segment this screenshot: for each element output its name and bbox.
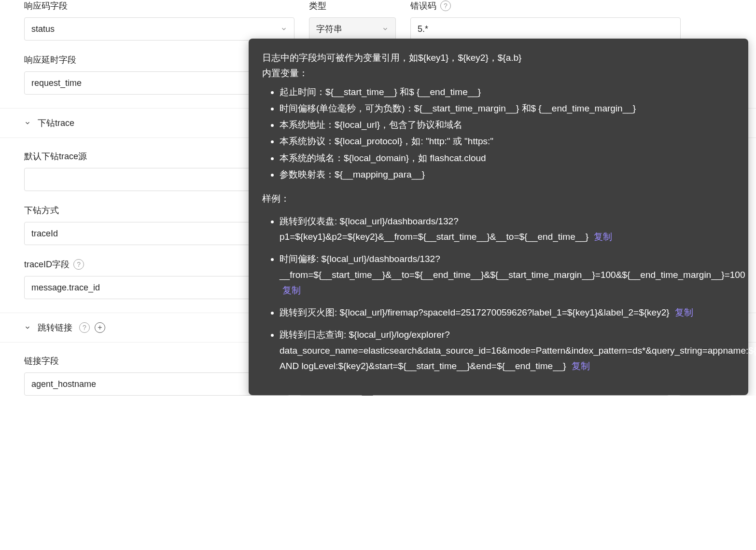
type-value: 字符串 (316, 23, 342, 35)
tooltip-var-item: 参数映射表：${__mapping_para__} (280, 167, 735, 182)
copy-link[interactable]: 复制 (572, 361, 590, 371)
drill-method-value: traceId (31, 229, 58, 239)
tooltip-samples-label: 样例： (262, 191, 735, 206)
copy-link[interactable]: 复制 (282, 285, 301, 295)
chevron-down-icon (382, 26, 389, 32)
tooltip-var-item: 本系统的域名：${local_domain}，如 flashcat.cloud (280, 151, 735, 166)
link-field-value: agent_hostname (31, 379, 96, 389)
chevron-down-icon (24, 324, 31, 331)
type-label: 类型 (309, 0, 396, 12)
resp-code-value: status (31, 24, 55, 34)
tooltip-intro2: 内置变量： (262, 66, 735, 81)
tooltip-var-item: 时间偏移(单位毫秒，可为负数)：${__start_time_margin__}… (280, 101, 735, 116)
traceid-value: message.trace_id (31, 283, 100, 293)
add-icon[interactable]: + (95, 322, 105, 333)
chevron-down-icon (24, 120, 31, 126)
type-select[interactable]: 字符串 (309, 17, 396, 41)
tooltip-variables: 日志中的字段均可被作为变量引用，如${key1}，${key2}，${a.b} … (249, 39, 748, 395)
copy-link[interactable]: 复制 (675, 307, 693, 317)
latency-value: request_time (31, 78, 82, 88)
tooltip-intro1: 日志中的字段均可被作为变量引用，如${key1}，${key2}，${a.b} (262, 50, 735, 66)
err-code-label: 错误码 ? (410, 0, 681, 12)
tooltip-sample-item: 时间偏移: ${local_url}/dashboards/132?__from… (280, 251, 735, 298)
section-title: 跳转链接 (38, 322, 72, 333)
help-icon[interactable]: ? (79, 322, 90, 333)
tooltip-sample-item: 跳转到日志查询: ${local_url}/log/explorer?data_… (280, 327, 735, 374)
tooltip-var-item: 起止时间：${__start_time__} 和$ {__end_time__} (280, 84, 735, 100)
help-icon[interactable]: ? (440, 0, 451, 11)
tooltip-samples-list: 跳转到仪表盘: ${local_url}/dashboards/132?p1=$… (262, 214, 735, 374)
help-icon[interactable]: ? (73, 259, 84, 270)
tooltip-sample-item: 跳转到仪表盘: ${local_url}/dashboards/132?p1=$… (280, 214, 735, 245)
resp-code-select[interactable]: status (24, 17, 294, 41)
resp-code-field-label: 响应码字段 (24, 0, 294, 12)
copy-link[interactable]: 复制 (594, 232, 612, 242)
tooltip-var-item: 本系统协议：${local_protocol}，如: "http:" 或 "ht… (280, 134, 735, 149)
tooltip-sample-item: 跳转到灭火图: ${local_url}/firemap?spaceId=251… (280, 305, 735, 320)
err-code-input[interactable] (410, 17, 681, 41)
tooltip-var-list: 起止时间：${__start_time__} 和$ {__end_time__}… (262, 84, 735, 183)
section-title: 下钻trace (38, 117, 74, 129)
tooltip-var-item: 本系统地址：${local_url}，包含了协议和域名 (280, 117, 735, 133)
chevron-down-icon (280, 26, 287, 32)
